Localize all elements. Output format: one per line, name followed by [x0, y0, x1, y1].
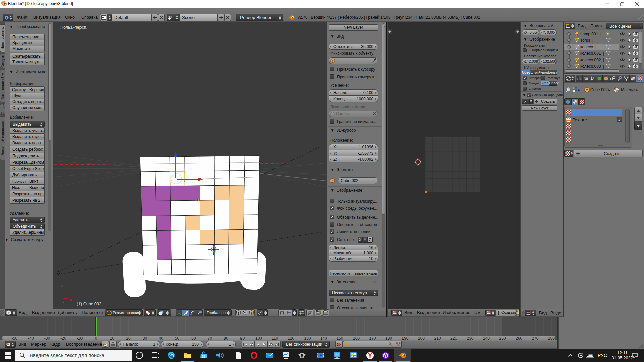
- svg-text:x: x: [70, 298, 72, 302]
- svg-text:i: i: [6, 16, 7, 20]
- svg-text:y: y: [63, 299, 65, 303]
- svg-text:(1) Cube.002: (1) Cube.002: [77, 302, 101, 306]
- svg-text:Польз.-персп.: Польз.-персп.: [60, 25, 87, 30]
- svg-text:z: z: [61, 284, 63, 288]
